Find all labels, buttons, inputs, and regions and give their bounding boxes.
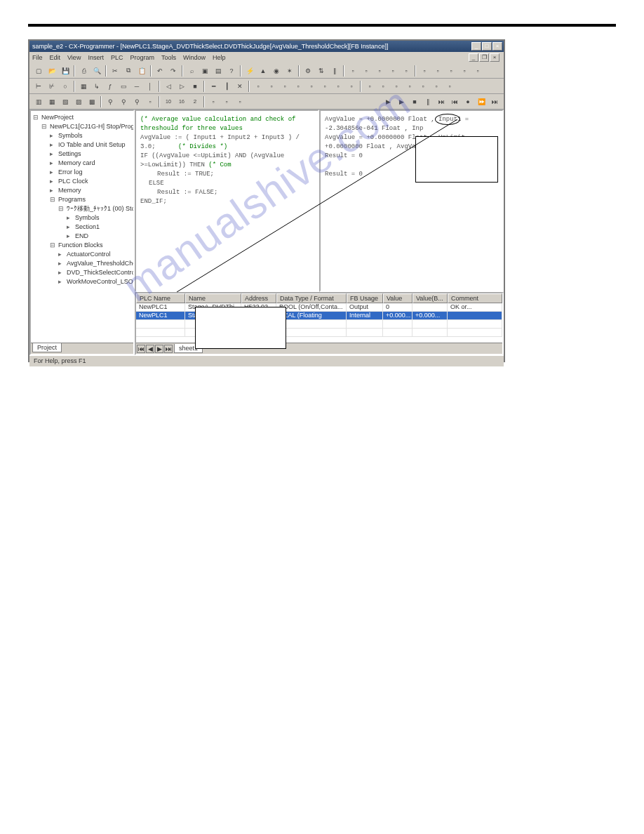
ext-c-icon[interactable]: ▫ [279, 80, 291, 93]
code-monitor-right[interactable]: AvgValue = +0.0000000 Float , Input1 = -… [319, 110, 504, 292]
tree-item-fb[interactable]: ⊟Function Blocks [50, 241, 131, 250]
play-icon[interactable]: ▶ [395, 95, 408, 108]
radix-16-icon[interactable]: 16 [175, 95, 188, 108]
wire-v-icon[interactable]: ┃ [220, 80, 233, 93]
ext-a-icon[interactable]: ▫ [252, 80, 264, 93]
mdi-close-button[interactable]: × [490, 53, 499, 62]
tool2-icon[interactable]: ▤ [212, 65, 224, 77]
sheet-prev-icon[interactable]: ◀ [146, 345, 154, 353]
copy-icon[interactable]: ⧉ [122, 65, 135, 77]
menu-help[interactable]: Help [213, 54, 226, 61]
tree-fb-dvd[interactable]: ▸DVD_ThickSelectControl [58, 268, 131, 277]
step-icon[interactable]: ⏭ [435, 95, 448, 108]
end-icon[interactable]: ⏭ [488, 95, 501, 108]
vert-icon[interactable]: │ [144, 80, 156, 93]
col-datatype[interactable]: Data Type / Format [276, 293, 347, 303]
radix-10-icon[interactable]: 10 [162, 95, 175, 108]
table-row[interactable]: NewPLC1 StageA_DVDThi... H533 REAL (Floa… [136, 312, 502, 320]
table-row[interactable]: NewPLC1 StageA_DVDThi... H522.02 BOOL (O… [136, 303, 502, 312]
ext-g-icon[interactable]: ▫ [332, 80, 344, 93]
maximize-button[interactable]: □ [482, 42, 492, 51]
ext-b-icon[interactable]: ▫ [265, 80, 278, 93]
sim-icon[interactable]: ▲ [257, 65, 269, 77]
contact-open-icon[interactable]: ⊢ [32, 80, 45, 93]
radix-2-icon[interactable]: 2 [189, 95, 201, 108]
code-editor-left[interactable]: (* Average value calculation and check o… [135, 110, 319, 292]
pause2-icon[interactable]: ‖ [422, 95, 434, 108]
menu-edit[interactable]: Edit [50, 54, 61, 61]
zoom-3-icon[interactable]: ⚲ [130, 95, 143, 108]
ff-icon[interactable]: ⏩ [475, 95, 488, 108]
ext-d-icon[interactable]: ▫ [292, 80, 304, 93]
tree-root[interactable]: ⊟NewProject [33, 113, 131, 122]
tree-item-errorlog[interactable]: ▸Error log [50, 168, 131, 177]
menu-view[interactable]: View [67, 54, 81, 61]
help-icon[interactable]: ? [225, 65, 238, 77]
rec-icon[interactable]: ● [462, 95, 474, 108]
coil-icon[interactable]: ○ [59, 80, 72, 93]
step-left-icon[interactable]: ◁ [162, 80, 175, 93]
find-icon[interactable]: ⌕ [185, 65, 198, 77]
tree-item-clock[interactable]: ▸PLC Clock [50, 177, 131, 186]
ext-l-icon[interactable]: ▫ [403, 80, 416, 93]
menu-window[interactable]: Window [183, 54, 206, 61]
wire-h-icon[interactable]: ━ [207, 80, 220, 93]
view-d-icon[interactable]: ▨ [72, 95, 85, 108]
col-address[interactable]: Address [241, 293, 276, 303]
print-icon[interactable]: ⎙ [77, 65, 90, 77]
menu-tools[interactable]: Tools [161, 54, 176, 61]
save-icon[interactable]: 💾 [59, 65, 72, 77]
tb-g-icon[interactable]: ▫ [431, 65, 444, 77]
tb-d-icon[interactable]: ▫ [387, 65, 399, 77]
grid-icon[interactable]: ▦ [77, 80, 90, 93]
ext-k-icon[interactable]: ▫ [390, 80, 403, 93]
col-plcname[interactable]: PLC Name [136, 293, 185, 303]
transfer-icon[interactable]: ⇅ [315, 65, 328, 77]
tree-item-memory[interactable]: ▸Memory [50, 186, 131, 195]
preview-icon[interactable]: 🔍 [90, 65, 103, 77]
wire-del-icon[interactable]: ✕ [234, 80, 246, 93]
tb-e-icon[interactable]: ▫ [400, 65, 412, 77]
close-button[interactable]: × [492, 42, 502, 51]
ext-j-icon[interactable]: ▫ [377, 80, 389, 93]
line-icon[interactable]: ─ [130, 80, 143, 93]
table-row[interactable] [136, 329, 502, 337]
debug-icon[interactable]: ✶ [283, 65, 296, 77]
undo-icon[interactable]: ↶ [154, 65, 166, 77]
menu-plc[interactable]: PLC [111, 54, 123, 61]
tree-item-programs[interactable]: ⊟Programs [50, 195, 131, 204]
win-a-icon[interactable]: ▫ [207, 95, 220, 108]
col-valueb[interactable]: Value(B... [412, 293, 448, 303]
tree-item-settings[interactable]: ▸Settings [50, 150, 131, 159]
watch-tab-sheet1[interactable]: sheet1 [174, 344, 203, 353]
menu-program[interactable]: Program [130, 54, 154, 61]
tree-fb-actuator[interactable]: ▸ActuatorControl [58, 250, 131, 259]
contact-closed-icon[interactable]: ⊬ [46, 80, 58, 93]
col-fbusage[interactable]: FB Usage [347, 293, 383, 303]
tree-prog-end[interactable]: ▸END [67, 232, 131, 241]
tb-b-icon[interactable]: ▫ [360, 65, 373, 77]
tool1-icon[interactable]: ▣ [199, 65, 211, 77]
pause-icon[interactable]: ‖ [328, 65, 341, 77]
box-icon[interactable]: ▭ [117, 80, 130, 93]
back-icon[interactable]: ⏮ [448, 95, 461, 108]
menu-file[interactable]: File [32, 54, 43, 61]
tb-f-icon[interactable]: ▫ [418, 65, 431, 77]
tree-plc[interactable]: ⊟NewPLC1[CJ1G-H] Stop/Program [33, 122, 131, 131]
branch-icon[interactable]: ↳ [90, 80, 103, 93]
cut-icon[interactable]: ✂ [109, 65, 121, 77]
step-right-icon[interactable]: ▷ [175, 80, 188, 93]
zoom-1-icon[interactable]: ⚲ [104, 95, 116, 108]
tb-a-icon[interactable]: ▫ [347, 65, 359, 77]
redo-icon[interactable]: ↷ [167, 65, 180, 77]
stop-icon[interactable]: ■ [408, 95, 421, 108]
ext-o-icon[interactable]: ▫ [443, 80, 456, 93]
win-b-icon[interactable]: ▫ [220, 95, 233, 108]
sheet-first-icon[interactable]: ⏮ [137, 345, 145, 353]
tb-i-icon[interactable]: ▫ [458, 65, 471, 77]
func-icon[interactable]: ƒ [104, 80, 116, 93]
stop-button-icon[interactable]: ■ [189, 80, 201, 93]
tree-item-iotable[interactable]: ▸IO Table and Unit Setup [50, 140, 131, 150]
run-icon[interactable]: ▶ [382, 95, 394, 108]
tree-fb-workmove[interactable]: ▸WorkMoveControl_LSONc [58, 277, 131, 286]
